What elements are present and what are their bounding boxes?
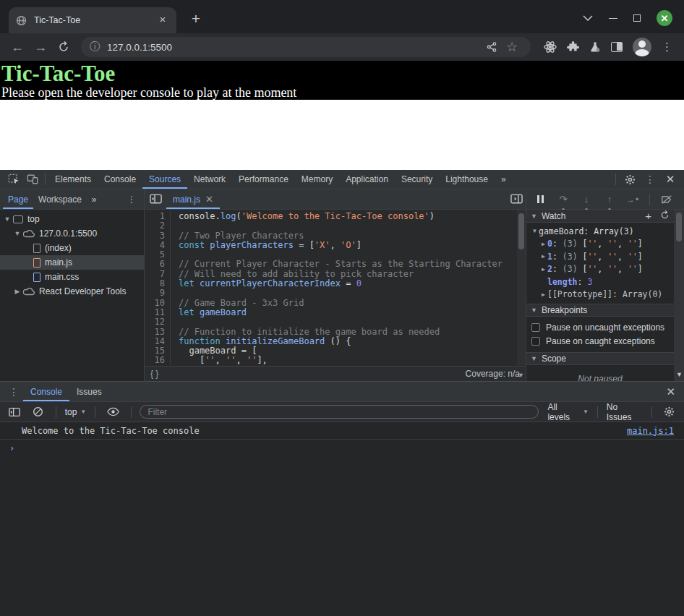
navigator-menu-kebab-icon[interactable]: ⋮ (122, 189, 141, 209)
scope-expand-arrow[interactable]: ▼ (531, 355, 537, 362)
tree-item[interactable]: ▼127.0.0.1:5500 (0, 226, 144, 241)
navigator-tab-page[interactable]: Page (3, 189, 33, 209)
breakpoint-option[interactable]: Pause on caught exceptions (526, 334, 674, 348)
pause-script-icon[interactable] (531, 190, 550, 209)
console-prompt[interactable]: › (0, 440, 684, 457)
code-line[interactable]: 14function initializeGameBoard () { (145, 336, 526, 346)
react-devtools-extension-icon[interactable] (544, 40, 557, 54)
bookmark-star-icon[interactable]: ☆ (502, 37, 522, 57)
panel-tab-console[interactable]: Console (98, 170, 142, 189)
live-expression-eye-icon[interactable] (104, 403, 121, 422)
code-line[interactable]: 15 gameBoard = [ (145, 346, 526, 355)
drawer-close-icon[interactable]: ✕ (666, 385, 680, 398)
watch-row[interactable]: ▶2: (3) ['', '', ''] (526, 263, 674, 276)
deactivate-breakpoints-icon[interactable] (657, 190, 676, 209)
add-watch-expression-icon[interactable]: + (645, 210, 651, 222)
step-over-icon[interactable]: ↷ (554, 190, 573, 209)
breakpoints-expand-arrow[interactable]: ▼ (531, 307, 537, 314)
code-line[interactable]: 6// Current Player Character - Starts as… (145, 259, 526, 268)
watch-expand-arrow[interactable]: ▼ (531, 213, 537, 220)
editor-scroll-down-icon[interactable]: ▼ (518, 372, 524, 379)
more-panels-chevron[interactable]: » (495, 170, 513, 189)
console-message[interactable]: Welcome to the Tic-Tac-Toe consolemain.j… (0, 422, 684, 440)
console-sidebar-icon[interactable] (6, 403, 23, 422)
watch-expand-arrow[interactable]: ▶ (539, 253, 547, 260)
panel-tab-lighthouse[interactable]: Lighthouse (439, 170, 495, 189)
refresh-watch-icon[interactable] (660, 210, 670, 222)
window-minimize-button[interactable] (609, 18, 617, 19)
clear-console-icon[interactable] (29, 403, 46, 422)
share-icon[interactable] (482, 37, 502, 57)
editor-scrollbar[interactable] (517, 210, 526, 365)
console-message-source-link[interactable]: main.js:1 (627, 426, 674, 436)
device-toolbar-icon[interactable] (23, 170, 42, 189)
drawer-menu-kebab-icon[interactable]: ⋮ (4, 382, 23, 401)
back-icon[interactable]: ← (7, 37, 27, 57)
console-settings-gear-icon[interactable] (661, 403, 678, 422)
watch-expand-arrow[interactable]: ▶ (539, 241, 547, 247)
reload-icon[interactable] (54, 37, 74, 57)
code-line[interactable]: 1console.log('Welcome to the Tic-Tac-Toe… (145, 211, 526, 221)
code-line[interactable]: 3// Two Player Characters (145, 231, 526, 240)
tab-close-icon[interactable]: × (156, 14, 169, 27)
side-panel-icon[interactable] (611, 42, 623, 52)
code-line[interactable]: 5 (145, 249, 526, 259)
watch-expand-arrow[interactable]: ▶ (539, 266, 547, 273)
tree-item[interactable]: ▶React Developer Tools (0, 284, 144, 299)
editor-tab-mainjs[interactable]: main.js ✕ (166, 189, 220, 209)
code-line[interactable]: 4const playerCharacters = ['X', 'O'] (145, 240, 526, 249)
tree-expand-arrow[interactable]: ▶ (13, 288, 22, 295)
code-line[interactable]: 9 (145, 288, 526, 297)
tree-item[interactable]: main.css (0, 270, 144, 284)
sidebar-scrollbar[interactable]: ▼ (674, 210, 684, 381)
browser-menu-kebab-icon[interactable]: ⋮ (662, 40, 672, 54)
code-line[interactable]: 13// Function to initialize the game boa… (145, 327, 526, 336)
sidebar-scrollbar-thumb[interactable] (676, 213, 682, 241)
tree-item[interactable]: (index) (0, 241, 144, 255)
sidebar-scroll-down-icon[interactable]: ▼ (676, 371, 683, 378)
drawer-tab-issues[interactable]: Issues (69, 382, 109, 401)
tree-expand-arrow[interactable]: ▼ (13, 230, 22, 237)
scope-section-header[interactable]: ▼ Scope (526, 352, 674, 365)
checkbox-unchecked[interactable] (531, 337, 540, 346)
address-bar[interactable]: ⓘ 127.0.0.1:5500 ☆ (81, 37, 531, 57)
panel-tab-application[interactable]: Application (339, 170, 395, 189)
console-filter-input[interactable] (140, 405, 539, 419)
navigator-more-chevron[interactable]: » (87, 189, 102, 209)
watch-row[interactable]: ▶1: (3) ['', '', ''] (526, 250, 674, 263)
watch-row[interactable]: ▶0: (3) ['', '', ''] (526, 238, 674, 251)
panel-tab-security[interactable]: Security (395, 170, 439, 189)
drawer-tab-console[interactable]: Console (23, 382, 69, 401)
log-levels-dropdown[interactable]: All levels ▼ (547, 402, 588, 422)
code-line[interactable]: 12 (145, 317, 526, 326)
extensions-puzzle-icon[interactable] (567, 41, 579, 54)
panel-tab-network[interactable]: Network (187, 170, 232, 189)
watch-row[interactable]: ▼gameBoard: Array(3) (526, 225, 674, 238)
pretty-print-icon[interactable]: { } (150, 369, 158, 379)
watch-expand-arrow[interactable]: ▼ (531, 228, 539, 234)
issues-counter[interactable]: No Issues (607, 402, 643, 422)
window-close-button[interactable]: ✕ (657, 10, 672, 26)
show-debugger-sidebar-icon[interactable] (507, 189, 526, 208)
code-line[interactable]: 2 (145, 221, 526, 230)
inspect-element-icon[interactable] (4, 170, 23, 189)
watch-row[interactable]: length: 3 (526, 275, 674, 288)
checkbox-unchecked[interactable] (531, 323, 540, 332)
panel-tab-sources[interactable]: Sources (142, 170, 187, 189)
code-line[interactable]: 11let gameBoard (145, 307, 526, 317)
tab-search-chevron-icon[interactable] (583, 15, 593, 21)
forward-icon[interactable]: → (30, 37, 51, 57)
browser-tab[interactable]: Tic-Tac-Toe × (9, 7, 176, 33)
breakpoints-section-header[interactable]: ▼ Breakpoints (526, 304, 674, 317)
new-tab-button[interactable]: + (187, 10, 205, 27)
step-out-icon[interactable]: ↑ (600, 190, 619, 209)
window-maximize-button[interactable] (633, 14, 641, 22)
step-icon[interactable]: →• (623, 190, 642, 209)
javascript-context-dropdown[interactable]: top ▼ (65, 407, 87, 417)
devtools-close-icon[interactable]: ✕ (661, 170, 680, 189)
navigator-tab-workspace[interactable]: Workspace (33, 189, 87, 209)
code-line[interactable]: 10// Game Board - 3x3 Grid (145, 298, 526, 307)
profile-avatar[interactable] (633, 38, 651, 56)
watch-expand-arrow[interactable]: ▶ (539, 291, 547, 298)
hide-navigator-icon[interactable] (146, 189, 165, 208)
